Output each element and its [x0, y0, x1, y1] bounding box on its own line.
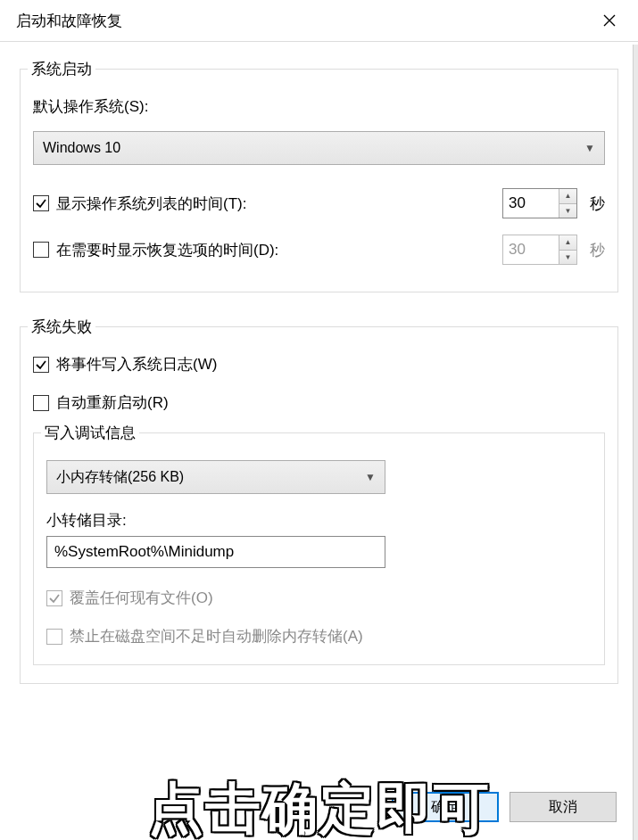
- overwrite-checkbox: [46, 590, 62, 606]
- recovery-time-checkbox-wrap[interactable]: 在需要时显示恢复选项的时间(D):: [33, 240, 278, 260]
- chevron-down-icon: ▼: [365, 471, 376, 483]
- ok-button[interactable]: 确定: [392, 792, 499, 822]
- cancel-button[interactable]: 取消: [510, 792, 617, 822]
- check-icon: [35, 197, 47, 210]
- system-startup-group: 系统启动 默认操作系统(S): Windows 10 ▼ 显示操作系统列表的时间…: [20, 69, 618, 292]
- dump-dir-value: %SystemRoot%\Minidump: [54, 543, 234, 561]
- cancel-button-label: 取消: [549, 798, 577, 817]
- dump-dir-input[interactable]: %SystemRoot%\Minidump: [46, 536, 385, 568]
- chevron-down-icon: ▼: [584, 142, 595, 154]
- spinner-down-icon: ▼: [559, 251, 576, 265]
- recovery-time-unit: 秒: [590, 240, 605, 260]
- dialog-content: 系统启动 默认操作系统(S): Windows 10 ▼ 显示操作系统列表的时间…: [0, 42, 638, 684]
- dump-type-select[interactable]: 小内存转储(256 KB) ▼: [46, 460, 385, 494]
- default-os-value: Windows 10: [43, 140, 120, 156]
- spinner-down-icon[interactable]: ▼: [559, 204, 576, 218]
- ok-button-label: 确定: [431, 798, 460, 817]
- write-event-label: 将事件写入系统日志(W): [56, 354, 217, 375]
- write-event-checkbox-wrap[interactable]: 将事件写入系统日志(W): [33, 354, 605, 375]
- system-failure-group: 系统失败 将事件写入系统日志(W) 自动重新启动(R) 写入调试信息 小内存转储…: [20, 326, 618, 684]
- debug-info-group: 写入调试信息 小内存转储(256 KB) ▼ 小转储目录: %SystemRoo…: [33, 432, 605, 665]
- close-icon: [603, 14, 616, 27]
- os-list-time-unit: 秒: [590, 194, 605, 214]
- recovery-time-spinner: 30 ▲ ▼: [502, 235, 577, 265]
- spinner-up-icon[interactable]: ▲: [559, 189, 576, 204]
- os-list-time-spinner[interactable]: 30 ▲ ▼: [502, 188, 577, 218]
- system-startup-legend: 系统启动: [28, 59, 95, 79]
- titlebar: 启动和故障恢复: [0, 0, 638, 42]
- os-list-time-label: 显示操作系统列表的时间(T):: [56, 194, 246, 214]
- auto-restart-checkbox[interactable]: [33, 395, 49, 411]
- close-button[interactable]: [592, 7, 627, 34]
- dialog-buttons: 确定 取消: [392, 792, 617, 822]
- write-event-checkbox[interactable]: [33, 357, 49, 373]
- check-icon: [35, 358, 47, 371]
- recovery-time-checkbox[interactable]: [33, 242, 49, 258]
- overwrite-checkbox-wrap: 覆盖任何现有文件(O): [46, 588, 592, 608]
- default-os-label: 默认操作系统(S):: [33, 96, 605, 117]
- debug-info-legend: 写入调试信息: [41, 423, 139, 443]
- dump-dir-label: 小转储目录:: [46, 510, 592, 531]
- default-os-select[interactable]: Windows 10 ▼: [33, 131, 605, 165]
- spinner-up-icon: ▲: [559, 235, 576, 251]
- no-auto-delete-checkbox: [46, 629, 62, 645]
- os-list-time-checkbox-wrap[interactable]: 显示操作系统列表的时间(T):: [33, 194, 246, 214]
- auto-restart-checkbox-wrap[interactable]: 自动重新启动(R): [33, 392, 605, 413]
- os-list-time-row: 显示操作系统列表的时间(T): 30 ▲ ▼ 秒: [33, 188, 605, 218]
- check-icon: [48, 592, 61, 605]
- auto-restart-label: 自动重新启动(R): [56, 392, 169, 413]
- window-title: 启动和故障恢复: [16, 11, 122, 31]
- recovery-time-value: 30: [503, 235, 559, 264]
- right-edge-shadow: [633, 45, 638, 840]
- system-failure-legend: 系统失败: [28, 317, 95, 337]
- recovery-time-row: 在需要时显示恢复选项的时间(D): 30 ▲ ▼ 秒: [33, 235, 605, 265]
- no-auto-delete-label: 禁止在磁盘空间不足时自动删除内存转储(A): [70, 626, 363, 646]
- no-auto-delete-checkbox-wrap: 禁止在磁盘空间不足时自动删除内存转储(A): [46, 626, 592, 646]
- recovery-time-label: 在需要时显示恢复选项的时间(D):: [56, 240, 278, 260]
- dump-type-value: 小内存转储(256 KB): [56, 468, 184, 487]
- os-list-time-value: 30: [503, 189, 559, 218]
- os-list-time-checkbox[interactable]: [33, 195, 49, 211]
- overwrite-label: 覆盖任何现有文件(O): [70, 588, 213, 608]
